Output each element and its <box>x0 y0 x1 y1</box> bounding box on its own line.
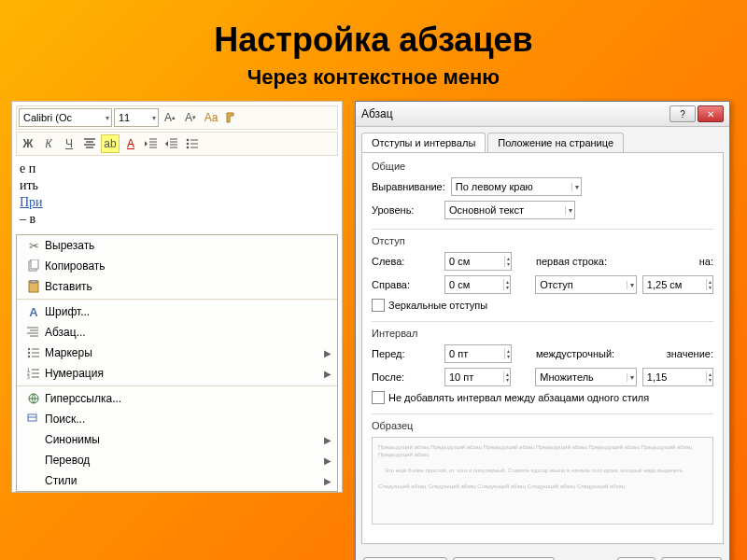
paragraph-icon <box>22 327 45 338</box>
tab-page-position[interactable]: Положение на странице <box>487 133 624 152</box>
format-painter-icon[interactable] <box>222 108 241 127</box>
checkbox-box <box>372 299 385 312</box>
word-context-screenshot: Calibri (Ос 11 A▴ A▾ Aa Ж К Ч ab A <box>11 101 343 493</box>
close-button[interactable]: ✕ <box>698 105 724 122</box>
grow-font-icon[interactable]: A▴ <box>161 108 179 127</box>
indent-by-label: на: <box>699 256 713 267</box>
font-name-combo[interactable]: Calibri (Ос <box>19 108 112 127</box>
indent-left-label: Слева: <box>372 256 439 267</box>
dialog-title: Абзац <box>361 107 669 120</box>
bullets-icon[interactable] <box>183 134 202 153</box>
ctx-bullets[interactable]: Маркеры ▶ <box>17 343 337 363</box>
document-text: е п ить При – в <box>16 156 338 231</box>
context-menu: ✂ Вырезать Копировать Вставить A Шрифт..… <box>16 234 338 492</box>
increase-indent-icon[interactable] <box>162 134 181 153</box>
group-title: Отступ <box>372 235 713 246</box>
indent-right-spin[interactable]: 0 см <box>444 275 511 294</box>
svg-point-9 <box>28 356 30 357</box>
mirror-indents-label: Зеркальные отступы <box>388 300 487 311</box>
svg-text:3: 3 <box>27 374 30 379</box>
tab-body: Общие Выравнивание: По левому краю Урове… <box>361 152 724 544</box>
indent-left-spin[interactable]: 0 см <box>444 252 512 271</box>
outline-level-label: Уровень: <box>372 204 439 216</box>
svg-point-8 <box>28 352 30 354</box>
ctx-numbering[interactable]: 123 Нумерация ▶ <box>17 363 337 384</box>
shrink-font-icon[interactable]: A▾ <box>181 108 200 127</box>
separator <box>17 385 337 386</box>
svg-point-1 <box>187 143 190 146</box>
group-title: Общие <box>372 161 713 172</box>
ctx-styles[interactable]: Стили ▶ <box>17 470 337 491</box>
ctx-font[interactable]: A Шрифт... <box>17 301 337 322</box>
help-button[interactable]: ? <box>669 105 696 122</box>
spacing-at-spin[interactable]: 1,15 <box>642 368 713 386</box>
ctx-synonyms[interactable]: Синонимы ▶ <box>17 429 337 450</box>
no-space-same-style-checkbox[interactable]: Не добавлять интервал между абзацами одн… <box>372 391 713 404</box>
svg-point-0 <box>187 139 190 142</box>
no-space-label: Не добавлять интервал между абзацами одн… <box>388 392 649 403</box>
ctx-translate[interactable]: Перевод ▶ <box>17 450 337 470</box>
slide-title: Настройка абзацев <box>0 21 747 60</box>
ctx-copy[interactable]: Копировать <box>17 256 337 276</box>
doc-line: ить <box>20 178 334 193</box>
space-before-spin[interactable]: 0 пт <box>444 344 512 363</box>
hyperlink-icon <box>22 392 45 405</box>
paste-icon <box>22 280 45 293</box>
ctx-lookup[interactable]: Поиск... <box>17 409 337 429</box>
group-title: Интервал <box>372 328 713 339</box>
doc-line-selected: При <box>20 195 334 210</box>
ctx-hyperlink[interactable]: Гиперссылка... <box>17 388 337 409</box>
indent-by-spin[interactable]: 1,25 см <box>642 275 713 294</box>
decrease-indent-icon[interactable] <box>142 134 161 153</box>
chevron-right-icon: ▶ <box>324 348 331 358</box>
italic-button[interactable]: К <box>39 134 58 153</box>
group-general: Общие Выравнивание: По левому краю Урове… <box>372 161 713 219</box>
spacing-at-label: значение: <box>667 348 713 359</box>
preview-box: Предыдущий абзац Предыдущий абзац Предыд… <box>372 437 713 525</box>
svg-point-7 <box>28 348 30 350</box>
bullets-icon <box>22 347 45 358</box>
highlight-icon[interactable]: ab <box>101 134 120 153</box>
alignment-label: Выравнивание: <box>372 181 445 192</box>
line-spacing-combo[interactable]: Множитель <box>535 368 637 386</box>
dialog-tabs: Отступы и интервалы Положение на страниц… <box>356 127 729 152</box>
group-title: Образец <box>372 420 713 431</box>
copy-icon <box>22 259 45 273</box>
space-after-label: После: <box>372 371 439 383</box>
indent-right-label: Справа: <box>372 279 439 290</box>
first-line-label: первая строка: <box>536 256 607 267</box>
line-spacing-label: междустрочный: <box>536 348 614 359</box>
dialog-titlebar[interactable]: Абзац ? ✕ <box>356 102 729 127</box>
font-size-combo[interactable]: 11 <box>114 108 159 127</box>
tab-indents-spacing[interactable]: Отступы и интервалы <box>361 133 486 152</box>
outline-level-combo[interactable]: Основной текст <box>444 201 575 219</box>
first-line-combo[interactable]: Отступ <box>535 275 637 294</box>
mirror-indents-checkbox[interactable]: Зеркальные отступы <box>372 299 713 312</box>
chevron-right-icon: ▶ <box>324 369 331 379</box>
space-before-label: Перед: <box>372 348 439 359</box>
chevron-right-icon: ▶ <box>324 455 331 466</box>
slide-subtitle: Через контекстное меню <box>0 65 747 90</box>
ctx-paste[interactable]: Вставить <box>17 276 337 297</box>
change-case-icon[interactable]: Aa <box>202 108 220 127</box>
space-after-spin[interactable]: 10 пт <box>444 368 511 386</box>
align-center-icon[interactable] <box>80 134 99 153</box>
font-icon: A <box>22 305 45 319</box>
ctx-cut[interactable]: ✂ Вырезать <box>17 235 337 256</box>
group-preview: Образец Предыдущий абзац Предыдущий абза… <box>372 420 713 525</box>
divider <box>372 229 713 230</box>
doc-line: е п <box>20 161 334 176</box>
divider <box>372 413 713 414</box>
group-spacing: Интервал Перед: 0 пт междустрочный: знач… <box>372 328 713 404</box>
scissors-icon: ✂ <box>22 239 45 253</box>
paragraph-dialog: Абзац ? ✕ Отступы и интервалы Положение … <box>355 101 730 560</box>
chevron-right-icon: ▶ <box>324 476 331 486</box>
group-indent: Отступ Слева: 0 см первая строка: на: Сп… <box>372 235 713 312</box>
ctx-paragraph[interactable]: Абзац... <box>17 322 337 343</box>
doc-line: – в <box>20 212 334 227</box>
underline-button[interactable]: Ч <box>60 134 78 153</box>
alignment-combo[interactable]: По левому краю <box>451 177 582 196</box>
bold-button[interactable]: Ж <box>19 134 37 153</box>
font-color-icon[interactable]: A <box>121 134 140 153</box>
svg-point-2 <box>187 147 190 149</box>
